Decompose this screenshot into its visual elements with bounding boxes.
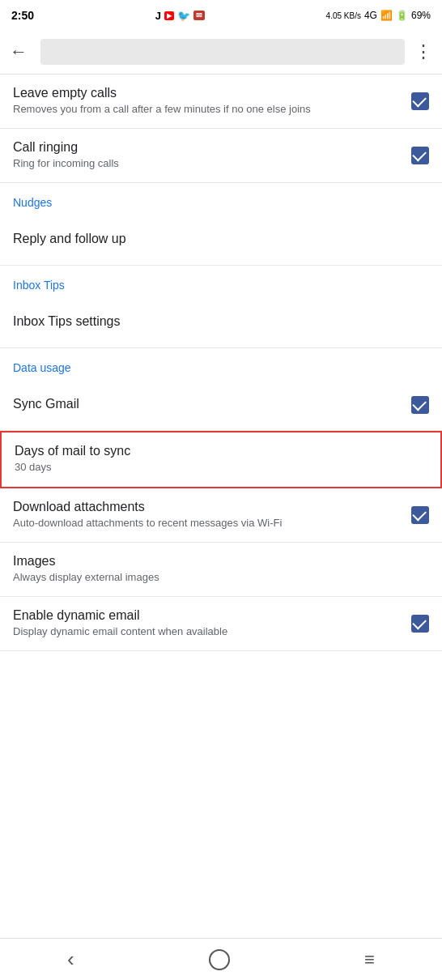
setting-text-3: Reply and follow up (13, 232, 429, 248)
status-right: 4.05 KB/s 4G 📶 🔋 69% (326, 10, 431, 21)
gmail-notif-icon: ✉ (193, 11, 205, 20)
setting-title-8: Days of mail to sync (15, 444, 427, 458)
setting-title-10: Images (13, 554, 429, 569)
setting-text-9: Download attachmentsAuto-download attach… (13, 500, 402, 530)
network-speed: 4.05 KB/s (326, 11, 361, 20)
nav-bar: ‹ ≡ (0, 938, 442, 980)
battery-icon: 🔋 (396, 10, 408, 21)
setting-title-5: Inbox Tips settings (13, 314, 429, 329)
setting-text-5: Inbox Tips settings (13, 314, 429, 330)
setting-title-1: Call ringing (13, 140, 402, 155)
signal-icon: 📶 (380, 10, 393, 21)
setting-title-11: Enable dynamic email (13, 608, 402, 623)
youtube-icon: ▶ (164, 11, 174, 20)
top-bar: ← ⋮ (0, 29, 442, 75)
setting-item-1[interactable]: Call ringingRing for incoming calls (0, 129, 442, 183)
checkbox-7[interactable] (411, 396, 429, 414)
checkbox-0[interactable] (411, 92, 429, 110)
notification-icons: J ▶ 🐦 ✉ (155, 10, 205, 22)
setting-subtitle-11: Display dynamic email content when avail… (13, 624, 402, 639)
status-bar: 2:50 J ▶ 🐦 ✉ 4.05 KB/s 4G 📶 🔋 69% (0, 0, 442, 29)
checkbox-11[interactable] (411, 615, 429, 633)
settings-list: Leave empty callsRemoves you from a call… (0, 75, 442, 651)
network-type: 4G (364, 10, 377, 21)
setting-item-5[interactable]: Inbox Tips settings (0, 296, 442, 348)
twitter-icon: 🐦 (177, 10, 190, 22)
setting-item-10[interactable]: ImagesAlways display external images (0, 543, 442, 597)
nav-menu-button[interactable]: ≡ (364, 949, 375, 970)
setting-text-10: ImagesAlways display external images (13, 554, 429, 585)
setting-title-3: Reply and follow up (13, 232, 429, 246)
setting-item-0[interactable]: Leave empty callsRemoves you from a call… (0, 75, 442, 129)
setting-title-7: Sync Gmail (13, 397, 402, 411)
setting-subtitle-1: Ring for incoming calls (13, 156, 402, 171)
setting-item-3[interactable]: Reply and follow up (0, 214, 442, 266)
nav-back-button[interactable]: ‹ (67, 947, 74, 972)
nav-home-button[interactable] (209, 949, 230, 970)
section-header-data-usage: Data usage (0, 348, 442, 379)
status-time: 2:50 (11, 9, 34, 22)
setting-text-7: Sync Gmail (13, 397, 402, 413)
section-header-nudges: Nudges (0, 183, 442, 214)
setting-subtitle-10: Always display external images (13, 570, 429, 585)
setting-subtitle-8: 30 days (15, 460, 427, 475)
setting-item-11[interactable]: Enable dynamic emailDisplay dynamic emai… (0, 597, 442, 651)
setting-title-9: Download attachments (13, 500, 402, 514)
back-button[interactable]: ← (10, 41, 28, 62)
j-icon: J (155, 10, 161, 22)
battery-level: 69% (411, 10, 431, 21)
setting-subtitle-9: Auto-download attachments to recent mess… (13, 516, 402, 530)
setting-text-8: Days of mail to sync30 days (15, 444, 427, 475)
setting-item-8[interactable]: Days of mail to sync30 days (0, 431, 442, 488)
setting-text-0: Leave empty callsRemoves you from a call… (13, 86, 402, 117)
more-options-button[interactable]: ⋮ (414, 41, 432, 62)
setting-text-11: Enable dynamic emailDisplay dynamic emai… (13, 608, 402, 639)
url-bar[interactable] (40, 39, 405, 65)
setting-text-1: Call ringingRing for incoming calls (13, 140, 402, 171)
checkbox-1[interactable] (411, 147, 429, 164)
setting-title-0: Leave empty calls (13, 86, 402, 100)
setting-item-9[interactable]: Download attachmentsAuto-download attach… (0, 488, 442, 543)
section-header-inbox-tips: Inbox Tips (0, 266, 442, 296)
setting-item-7[interactable]: Sync Gmail (0, 379, 442, 431)
checkbox-9[interactable] (411, 506, 429, 524)
setting-subtitle-0: Removes you from a call after a few minu… (13, 102, 402, 117)
